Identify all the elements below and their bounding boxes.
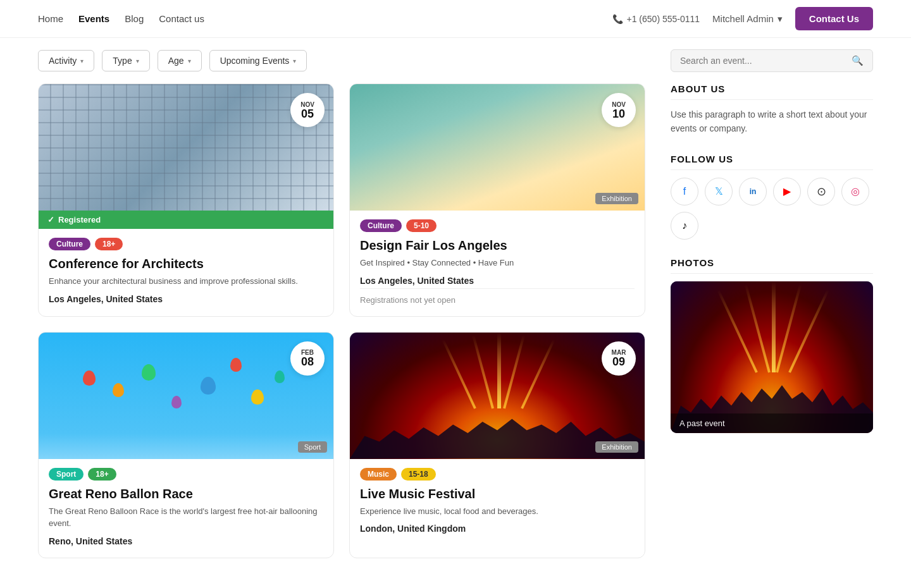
date-day-music: 09 [612, 356, 625, 367]
tiktok-icon[interactable]: ♪ [671, 212, 698, 240]
type-filter[interactable]: Type ▾ [102, 50, 149, 71]
registered-bar: ✓ Registered [39, 211, 333, 229]
date-month-arch: NOV [301, 101, 314, 108]
event-card-arch[interactable]: NOV 05 ✓ Registered Culture 18+ Conferen… [38, 83, 334, 317]
event-location-music: London, United Kingdom [360, 524, 635, 534]
age-label: Age [168, 56, 184, 66]
tag-age-arch: 18+ [95, 238, 123, 250]
event-image-arch: NOV 05 [39, 84, 333, 211]
nav-events[interactable]: Events [78, 13, 109, 24]
photo-caption: A past event [671, 413, 873, 433]
phone-number: +1 (650) 555-0111 [627, 14, 700, 24]
event-location-design: Los Angeles, United States [360, 276, 635, 286]
tag-culture-design: Culture [360, 219, 402, 232]
instagram-icon[interactable]: ◎ [841, 178, 869, 205]
facebook-icon[interactable]: f [671, 178, 698, 205]
search-icon: 🔍 [852, 55, 864, 66]
tag-sport-balloon: Sport [49, 468, 84, 481]
tag-culture-arch: Culture [49, 238, 90, 250]
card-body-arch: Culture 18+ Conference for Architects En… [39, 229, 333, 315]
search-input[interactable] [680, 56, 852, 66]
tag-music: Music [360, 468, 397, 481]
tag-age-music: 15-18 [401, 468, 436, 481]
sidebar: ABOUT US Use this paragraph to write a s… [671, 83, 873, 558]
upcoming-filter[interactable]: Upcoming Events ▾ [209, 50, 307, 71]
event-card-music[interactable]: MAR 09 Exhibition Music 15-18 Live Music… [349, 332, 645, 558]
age-filter[interactable]: Age ▾ [158, 50, 202, 71]
registered-label: Registered [58, 215, 101, 224]
type-badge-design: Exhibition [595, 193, 638, 204]
youtube-icon[interactable]: ▶ [773, 178, 801, 205]
date-day-arch: 05 [301, 108, 314, 119]
nav-contact[interactable]: Contact us [159, 13, 204, 24]
github-icon[interactable]: ⊙ [807, 178, 835, 205]
photo-card[interactable]: A past event [671, 281, 873, 433]
event-title-design: Design Fair Los Angeles [360, 238, 635, 253]
event-image-balloon: FEB 08 Sport [39, 333, 333, 459]
event-card-balloon[interactable]: FEB 08 Sport Sport 18+ Great Reno Ballon… [38, 332, 334, 558]
date-badge-design: NOV 10 [602, 93, 636, 127]
date-day-balloon: 08 [301, 356, 314, 367]
activity-label: Activity [49, 56, 77, 66]
event-desc-music: Experience live music, local food and be… [360, 505, 635, 518]
upcoming-label: Upcoming Events [220, 56, 290, 66]
user-name: Mitchell Admin [712, 13, 774, 24]
event-desc-balloon: The Great Reno Balloon Race is the world… [49, 505, 323, 530]
event-desc-arch: Enhance your architectural business and … [49, 275, 323, 288]
twitter-icon[interactable]: 𝕏 [705, 178, 733, 205]
reg-status-design: Registrations not yet open [360, 288, 635, 305]
date-month-design: NOV [612, 101, 626, 108]
card-tags-arch: Culture 18+ [49, 238, 323, 250]
main-content: NOV 05 ✓ Registered Culture 18+ Conferen… [0, 83, 911, 584]
date-badge-music: MAR 09 [602, 341, 636, 376]
header: Home Events Blog Contact us 📞 +1 (650) 5… [0, 0, 911, 38]
photos-section: PHOTOS A past event [671, 257, 873, 433]
user-menu[interactable]: Mitchell Admin ▾ [712, 13, 783, 25]
follow-title: FOLLOW US [671, 154, 873, 170]
about-title: ABOUT US [671, 83, 873, 100]
date-day-design: 10 [612, 108, 625, 119]
event-card-design[interactable]: NOV 10 Exhibition Culture 5-10 Design Fa… [349, 83, 645, 317]
follow-section: FOLLOW US f 𝕏 in ▶ ⊙ ◎ ♪ [671, 154, 873, 240]
event-title-arch: Conference for Architects [49, 257, 323, 271]
event-location-balloon: Reno, United States [49, 536, 323, 546]
nav-blog[interactable]: Blog [125, 13, 144, 24]
type-badge-balloon: Sport [298, 441, 327, 453]
date-badge-balloon: FEB 08 [290, 341, 325, 376]
age-chevron-icon: ▾ [188, 58, 191, 64]
card-tags-music: Music 15-18 [360, 468, 635, 481]
nav-home[interactable]: Home [38, 13, 63, 24]
photos-title: PHOTOS [671, 257, 873, 274]
event-title-balloon: Great Reno Ballon Race [49, 487, 323, 501]
event-location-arch: Los Angeles, United States [49, 294, 323, 304]
social-icons: f 𝕏 in ▶ ⊙ ◎ ♪ [671, 178, 873, 240]
main-nav: Home Events Blog Contact us [38, 13, 204, 24]
events-grid: NOV 05 ✓ Registered Culture 18+ Conferen… [38, 83, 645, 558]
contact-us-button[interactable]: Contact Us [795, 7, 873, 30]
linkedin-icon[interactable]: in [739, 178, 767, 205]
type-label: Type [113, 56, 132, 66]
event-image-music: MAR 09 Exhibition [350, 333, 645, 459]
phone-icon: 📞 [612, 14, 623, 24]
tag-age-balloon: 18+ [88, 468, 116, 481]
event-title-music: Live Music Festival [360, 487, 635, 501]
event-image-design: NOV 10 Exhibition [350, 84, 645, 211]
card-tags-design: Culture 5-10 [360, 219, 635, 232]
date-badge-arch: NOV 05 [290, 93, 325, 127]
card-tags-balloon: Sport 18+ [49, 468, 323, 481]
about-section: ABOUT US Use this paragraph to write a s… [671, 83, 873, 136]
card-body-balloon: Sport 18+ Great Reno Ballon Race The Gre… [39, 459, 333, 558]
event-desc-design: Get Inspired • Stay Connected • Have Fun [360, 257, 635, 269]
user-chevron-icon: ▾ [778, 13, 783, 25]
tag-age-design: 5-10 [406, 219, 437, 232]
activity-chevron-icon: ▾ [80, 58, 84, 64]
type-badge-music: Exhibition [595, 441, 638, 453]
filters-bar: Activity ▾ Type ▾ Age ▾ Upcoming Events … [0, 38, 911, 83]
photo-image [671, 281, 873, 433]
search-bar: 🔍 [671, 49, 873, 72]
type-chevron-icon: ▾ [136, 58, 139, 64]
phone-display: 📞 +1 (650) 555-0111 [612, 14, 700, 24]
check-icon: ✓ [47, 215, 54, 224]
activity-filter[interactable]: Activity ▾ [38, 50, 94, 71]
about-text: Use this paragraph to write a short text… [671, 107, 873, 136]
